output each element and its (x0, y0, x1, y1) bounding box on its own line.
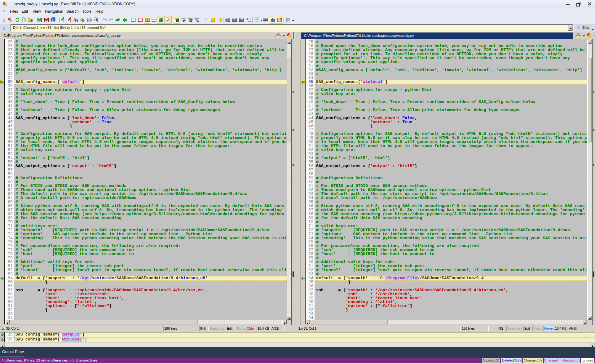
svg-text:AB: AB (248, 20, 251, 23)
